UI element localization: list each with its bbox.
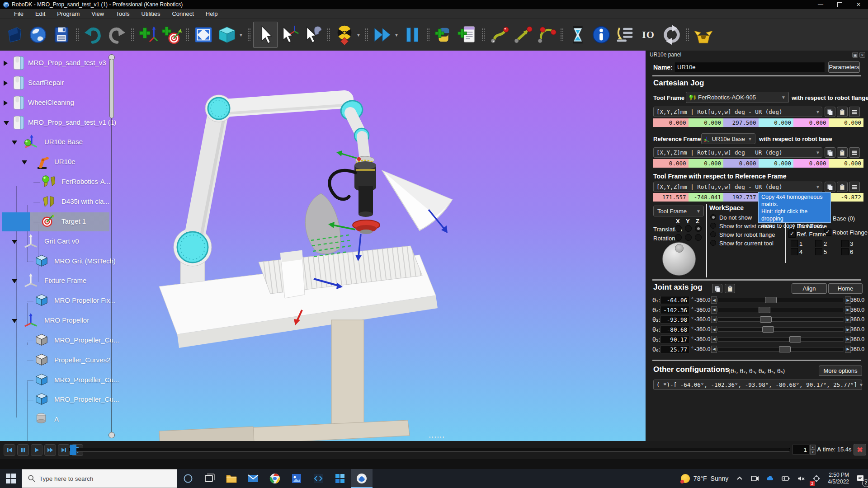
pose-value-cell[interactable]: 171.557 <box>653 193 689 202</box>
taskbar-photos-icon[interactable] <box>286 469 307 488</box>
pose-menu-icon[interactable] <box>849 147 860 158</box>
panel-close-icon[interactable]: × <box>859 52 865 58</box>
fit-all-icon[interactable] <box>192 22 215 47</box>
open-library-icon[interactable] <box>26 22 50 47</box>
add-target-icon[interactable] <box>160 22 184 47</box>
volume-muted-icon[interactable] <box>793 469 809 488</box>
frame-spinbox[interactable]: 1 <box>793 445 810 455</box>
workspace-option-label[interactable]: Show for robot flange <box>719 231 775 238</box>
tree-item-mro-prop-sand-test-v3[interactable]: MRO_Prop_sand_test_v3 <box>0 54 118 73</box>
tree-item-d435i-with-cla[interactable]: D435i with cla... <box>0 192 118 211</box>
joint-decrement-arrow[interactable]: ◀ <box>711 316 717 323</box>
view-cube-icon[interactable] <box>215 22 239 47</box>
taskbar-store-icon[interactable] <box>329 469 351 488</box>
add-reference-frame-icon[interactable] <box>137 22 160 47</box>
move-joint-instruction-icon[interactable] <box>487 22 511 47</box>
workspace-radio[interactable] <box>710 223 716 229</box>
joint-slider-track[interactable] <box>717 298 844 302</box>
minimize-button[interactable]: — <box>811 0 830 9</box>
tree-item-a[interactable]: A <box>0 410 118 429</box>
pose-value-cell[interactable]: 0.000 <box>689 118 724 127</box>
joint-decrement-arrow[interactable]: ◀ <box>711 346 717 353</box>
frame-spin-down[interactable]: ▼ <box>810 450 816 455</box>
viewport-grab-handle[interactable] <box>429 436 444 438</box>
reference-pose-values[interactable]: 0.0000.0000.0000.0000.0000.000 <box>653 159 863 168</box>
save-icon[interactable] <box>50 22 73 47</box>
collapse-arrow-icon[interactable] <box>12 279 17 283</box>
pose-value-cell[interactable]: 0.000 <box>759 118 794 127</box>
move-reference-icon[interactable] <box>278 22 301 47</box>
reference-frame-dropdown[interactable]: UR10e Base▼ <box>701 133 755 144</box>
pose-value-cell[interactable]: 0.000 <box>653 118 689 127</box>
redo-icon[interactable] <box>105 22 128 47</box>
pose-value-cell[interactable]: 297.500 <box>723 118 759 127</box>
workspace-option-label[interactable]: Do not show <box>719 214 752 221</box>
panel-float-icon[interactable]: ▣ <box>852 52 858 58</box>
tray-expand-icon[interactable] <box>732 469 747 488</box>
jog-axis-radio[interactable] <box>695 234 702 241</box>
joint-slider-track[interactable] <box>717 347 844 352</box>
tree-item-mro-propellor[interactable]: MRO Propellor <box>0 311 118 330</box>
menu-file[interactable]: File <box>8 9 29 19</box>
taskbar-mail-icon[interactable] <box>242 469 264 488</box>
tree-item-target-1[interactable]: Target 1 <box>0 212 118 231</box>
joint-slider-track[interactable] <box>717 317 844 322</box>
fast-forward-icon[interactable] <box>44 444 56 456</box>
program-call-instruction-icon[interactable] <box>613 22 637 47</box>
axis-checkbox-label[interactable]: 4 <box>799 249 802 255</box>
undo-icon[interactable] <box>81 22 105 47</box>
tree-item-scarfrepair[interactable]: ScarfRepair <box>0 74 118 93</box>
pose-value-cell[interactable]: 0.000 <box>759 159 794 168</box>
add-python-program-icon[interactable] <box>432 22 456 47</box>
menu-view[interactable]: View <box>85 9 110 19</box>
tree-scrollbar-thumb[interactable] <box>109 59 114 118</box>
joint-decrement-arrow[interactable]: ◀ <box>711 296 717 304</box>
export-simulation-icon[interactable] <box>692 22 715 47</box>
frame-spin-up[interactable]: ▲ <box>810 445 816 450</box>
fast-simulation-dropdown-caret[interactable]: ▼ <box>394 33 401 38</box>
pose-value-cell[interactable]: -9.872 <box>829 193 864 202</box>
collapse-arrow-icon[interactable] <box>12 141 17 145</box>
tree-item-mro-propeller-cu[interactable]: MRO_Propeller_Cu... <box>0 390 118 409</box>
pose-value-cell[interactable]: 0.000 <box>723 159 759 168</box>
maximize-button[interactable] <box>830 0 849 9</box>
copy-pose-icon[interactable] <box>825 107 835 117</box>
menu-edit[interactable]: Edit <box>29 9 51 19</box>
pose-value-cell[interactable]: -748.041 <box>689 193 724 202</box>
pose-value-cell[interactable]: 0.000 <box>829 118 864 127</box>
joint-slider-thumb[interactable] <box>765 297 777 303</box>
display-checkbox-ref-frame[interactable]: ✓ <box>788 230 796 238</box>
pose-value-cell[interactable]: 0.000 <box>793 159 829 168</box>
tree-item-fixture-frame[interactable]: Fixture Frame <box>0 272 118 291</box>
paste-pose-icon[interactable] <box>837 147 848 158</box>
expand-arrow-icon[interactable] <box>4 100 8 106</box>
copy-pose-icon[interactable] <box>825 182 835 192</box>
skip-end-icon[interactable] <box>58 444 70 456</box>
tree-item-wheelcleaning[interactable]: WheelCleaning <box>0 94 118 113</box>
taskbar-robodk-icon[interactable] <box>351 469 373 488</box>
3d-viewport[interactable]: MRO_Prop_sand_test_v3ScarfRepairWheelCle… <box>0 51 646 441</box>
show-message-instruction-icon[interactable] <box>590 22 613 47</box>
joint-value-input[interactable]: 90.17 <box>660 335 689 343</box>
joint-value-input[interactable]: -102.36 <box>660 306 689 314</box>
update-tray-icon[interactable]: 2 <box>809 469 824 488</box>
check-collisions-dropdown-caret[interactable]: ▼ <box>356 33 363 38</box>
tree-item-mro-grit-msitech[interactable]: MRO Grit (MSITech) <box>0 252 118 271</box>
joint-decrement-arrow[interactable]: ◀ <box>711 336 717 343</box>
pose-value-cell[interactable]: 192.737 <box>723 193 759 202</box>
wait-instruction-icon[interactable] <box>566 22 590 47</box>
tree-scrollbar-bottom-cap[interactable] <box>108 432 115 438</box>
tool-pose-values[interactable]: 0.0000.000297.5000.0000.0000.000 <box>653 118 863 127</box>
collapse-arrow-icon[interactable] <box>12 319 17 323</box>
joint-slider-thumb[interactable] <box>760 316 772 323</box>
axis-checkbox-3[interactable] <box>841 240 849 247</box>
tree-item-mro-propellor-fix[interactable]: MRO Propellor Fix... <box>0 291 118 310</box>
pose-value-cell[interactable]: 0.000 <box>793 118 829 127</box>
tree-item-mro-prop-sand-test-v1-1[interactable]: MRO_Prop_sand_test_v1 (1) <box>0 113 118 132</box>
workspace-radio[interactable] <box>710 240 716 246</box>
axis-checkbox-6[interactable] <box>841 248 849 255</box>
configuration-dropdown[interactable]: ( *)-[ -64.06°, -102.36°, -93.98°, -80.6… <box>653 380 862 390</box>
home-button[interactable]: Home <box>828 283 863 294</box>
tree-item-grit-cart-v0[interactable]: Grit Cart v0 <box>0 232 118 251</box>
taskbar-chrome-icon[interactable] <box>264 469 286 488</box>
